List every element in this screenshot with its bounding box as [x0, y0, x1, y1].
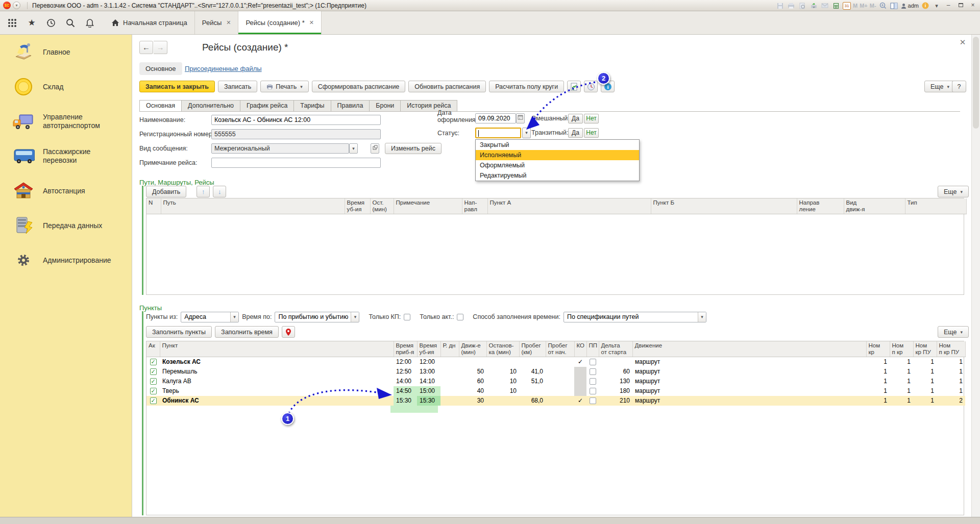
points-row[interactable]: ✓Козельск АС12:0012:00✓маршрут1111 — [146, 357, 965, 367]
nav-link-attached-files[interactable]: Присоединенные файлы — [185, 65, 262, 72]
points-column-header[interactable]: Пробег от нач. — [546, 341, 574, 357]
history-icon[interactable] — [46, 18, 56, 28]
form-tab-3[interactable]: График рейса — [240, 100, 294, 112]
notifications-bell-icon[interactable] — [85, 18, 95, 28]
form-tab-2[interactable]: Дополнительно — [182, 100, 240, 112]
only-kp-checkbox[interactable] — [404, 314, 410, 320]
chevron-down-icon[interactable]: ▾ — [351, 312, 359, 322]
print-icon[interactable] — [787, 2, 796, 10]
tab-trips[interactable]: Рейсы ✕ — [195, 11, 239, 34]
sidebar-item-station[interactable]: Автостанция — [0, 173, 132, 208]
points-row[interactable]: ✓Калуга АВ14:0014:10601051,0130маршрут11… — [146, 377, 965, 386]
points-more-button[interactable]: Еще▾ — [938, 326, 969, 338]
routes-column-header[interactable]: Нап- равл — [462, 198, 487, 214]
points-column-header[interactable]: Ак — [146, 341, 160, 357]
chevron-down-icon[interactable]: ▾ — [698, 312, 706, 322]
scrollbar-thumb[interactable] — [973, 37, 979, 129]
status-option[interactable]: Оформляемый — [476, 160, 639, 170]
routes-column-header[interactable]: Тип — [905, 198, 966, 214]
nav-back-button[interactable]: ← — [139, 41, 153, 54]
close-form-icon[interactable]: ✕ — [958, 38, 967, 47]
data-exchange-icon[interactable] — [809, 2, 818, 10]
report-file-icon[interactable] — [567, 81, 581, 92]
points-column-header[interactable]: Р. дн — [440, 341, 459, 357]
points-column-header[interactable]: Движение — [632, 341, 866, 357]
user-badge[interactable]: adm — [901, 3, 919, 9]
form-tab-1[interactable]: Основная — [139, 100, 182, 112]
pp-checkbox[interactable] — [586, 377, 599, 386]
points-column-header[interactable]: Ном п кр ПУ — [937, 341, 965, 357]
points-column-header[interactable]: Пункт — [160, 341, 394, 357]
info-dropdown-icon[interactable]: ▾ — [932, 2, 941, 10]
minimize-button[interactable]: – — [943, 2, 953, 10]
only-active-checkbox[interactable] — [457, 314, 463, 320]
pp-checkbox[interactable] — [586, 396, 599, 406]
form-tab-6[interactable]: Брони — [370, 100, 401, 112]
mixed-no-button[interactable]: Нет — [584, 114, 599, 123]
save-icon[interactable] — [775, 2, 785, 10]
name-input[interactable]: Козельск АС - Обнинск АС 12:00 — [211, 115, 381, 125]
memory-plus-button[interactable]: M+ — [860, 3, 868, 9]
tab-close-icon[interactable]: ✕ — [226, 19, 231, 26]
close-window-button[interactable]: × — [968, 2, 978, 10]
schedule-clock-icon[interactable] — [584, 81, 598, 92]
help-button[interactable]: ? — [952, 81, 966, 92]
points-column-header[interactable]: ПП — [586, 341, 599, 357]
nav-link-main[interactable]: Основное — [139, 62, 182, 75]
points-column-header[interactable]: Время приб-я — [394, 341, 417, 357]
status-dropdown-icon[interactable]: ▾ — [522, 128, 531, 138]
memory-minus-button[interactable]: M- — [870, 3, 876, 9]
move-down-icon[interactable]: ↓ — [213, 186, 226, 197]
transit-no-button[interactable]: Нет — [584, 128, 599, 138]
apps-menu-icon[interactable] — [7, 18, 17, 28]
point-active-checkbox[interactable]: ✓ — [146, 377, 160, 386]
sidebar-item-passenger[interactable]: Пассажирские перевозки — [0, 139, 132, 173]
fill-time-button[interactable]: Заполнить время — [215, 326, 279, 338]
routes-column-header[interactable]: N — [146, 198, 161, 214]
trip-note-input[interactable] — [211, 158, 381, 168]
transit-yes-button[interactable]: Да — [568, 128, 583, 138]
favorites-star-icon[interactable]: ★ — [27, 18, 37, 28]
form-tab-4[interactable]: Тарифы — [294, 100, 331, 112]
sidebar-item-administration[interactable]: Администрирование — [0, 243, 132, 278]
routes-table[interactable]: NПутьВремя уб-ияОст. (мин)ПримечаниеНап-… — [146, 198, 967, 214]
fill-points-button[interactable]: Заполнить пункты — [146, 326, 212, 338]
tab-home[interactable]: Начальная страница — [104, 11, 195, 34]
calendar-icon[interactable]: 31 — [843, 2, 851, 10]
open-item-icon[interactable] — [371, 143, 379, 154]
point-active-checkbox[interactable]: ✓ — [146, 367, 160, 377]
points-row[interactable]: ✓Тверь14:5015:004010180маршрут1111 — [146, 386, 965, 396]
print-button[interactable]: Печать▾ — [260, 81, 308, 92]
mixed-yes-button[interactable]: Да — [568, 114, 583, 123]
chevron-down-icon[interactable]: ▾ — [230, 312, 238, 322]
routes-more-button[interactable]: Еще▾ — [938, 186, 969, 197]
routes-column-header[interactable]: Время уб-ия — [345, 198, 370, 214]
message-type-dropdown-icon[interactable]: ▾ — [349, 143, 358, 154]
mail-icon[interactable] — [820, 2, 829, 10]
points-row[interactable]: ✓Обнинск АС15:3015:303068,0✓210маршрут11… — [146, 396, 965, 406]
points-column-header[interactable]: Движ-е (мин) — [459, 341, 486, 357]
routes-column-header[interactable]: Путь — [161, 198, 345, 214]
fill-method-combo[interactable]: По спецификации путей▾ — [564, 312, 706, 322]
move-up-icon[interactable]: ↑ — [197, 186, 210, 197]
nav-forward-button[interactable]: → — [154, 41, 167, 54]
save-button[interactable]: Записать — [218, 81, 257, 92]
memory-button[interactable]: M — [853, 3, 857, 9]
points-column-header[interactable]: Время уб-ия — [417, 341, 440, 357]
info-menu-icon[interactable]: i — [921, 2, 930, 10]
routes-column-header[interactable]: Пункт А — [487, 198, 651, 214]
form-scrollbar[interactable] — [971, 35, 980, 517]
time-by-combo[interactable]: По прибытию и убытию▾ — [275, 312, 359, 322]
map-pin-icon[interactable] — [282, 326, 295, 338]
save-close-button[interactable]: Записать и закрыть — [139, 81, 215, 92]
pp-checkbox[interactable] — [586, 357, 599, 367]
points-column-header[interactable]: Останов- ка (мин) — [486, 341, 519, 357]
points-table[interactable]: АкПунктВремя приб-яВремя уб-ияР. днДвиж-… — [146, 341, 966, 406]
calculator-icon[interactable] — [831, 2, 841, 10]
pp-checkbox[interactable] — [586, 386, 599, 396]
zoom-icon[interactable] — [878, 2, 888, 10]
routes-column-header[interactable]: Ост. (мин) — [370, 198, 394, 214]
calc-semicircles-button[interactable]: Расчитать полу круги — [489, 81, 564, 92]
sidebar-item-main[interactable]: Главное — [0, 35, 132, 69]
tab-close-icon[interactable]: ✕ — [309, 19, 314, 26]
